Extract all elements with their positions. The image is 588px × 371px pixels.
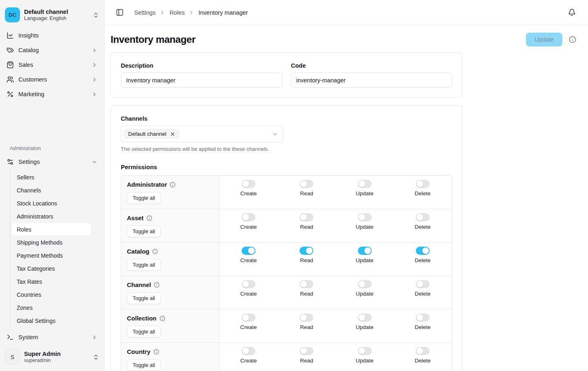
chevron-right-icon bbox=[189, 10, 194, 15]
sidebar-item-payment-methods[interactable]: Payment Methods bbox=[12, 249, 91, 262]
toggle-all-button[interactable]: Toggle all bbox=[127, 192, 161, 204]
remove-channel-icon[interactable] bbox=[170, 131, 175, 137]
asset-read-toggle[interactable] bbox=[300, 213, 313, 221]
users-icon bbox=[7, 76, 14, 83]
catalog-update-toggle[interactable] bbox=[358, 247, 372, 255]
sidebar-item-label: System bbox=[18, 334, 87, 340]
breadcrumb-item[interactable]: Roles bbox=[169, 9, 184, 16]
sidebar-item-settings[interactable]: Settings bbox=[3, 155, 101, 169]
permission-row: AssetToggle allCreateReadUpdateDelete bbox=[121, 209, 452, 242]
administrator-create-toggle[interactable] bbox=[242, 180, 255, 188]
permission-row: CountryToggle allCreateReadUpdateDelete bbox=[121, 342, 452, 371]
user-username: superadmin bbox=[24, 358, 89, 364]
country-read-toggle[interactable] bbox=[300, 347, 313, 355]
sidebar-toggle-button[interactable] bbox=[114, 7, 125, 18]
channel-read-toggle[interactable] bbox=[300, 280, 313, 288]
asset-delete-toggle[interactable] bbox=[416, 213, 430, 221]
chevron-right-icon bbox=[91, 47, 98, 53]
catalog-delete-toggle[interactable] bbox=[416, 247, 430, 255]
permission-row: ChannelToggle allCreateReadUpdateDelete bbox=[121, 276, 452, 309]
chevron-right-icon bbox=[160, 10, 165, 15]
topbar: SettingsRolesInventory manager bbox=[104, 0, 588, 25]
toggle-label: Create bbox=[240, 224, 257, 230]
collection-update-toggle[interactable] bbox=[358, 314, 372, 322]
toggle-label: Delete bbox=[415, 324, 430, 330]
description-input[interactable] bbox=[121, 73, 282, 88]
update-button[interactable]: Update bbox=[526, 33, 562, 46]
channel-delete-toggle[interactable] bbox=[416, 280, 430, 288]
asset-update-toggle[interactable] bbox=[358, 213, 372, 221]
sidebar-item-label: Insights bbox=[18, 32, 98, 39]
chevron-down-icon bbox=[272, 131, 278, 137]
collection-create-toggle[interactable] bbox=[242, 314, 255, 322]
sidebar-item-system[interactable]: System bbox=[3, 330, 101, 344]
sidebar-item-stock-locations[interactable]: Stock Locations bbox=[12, 197, 91, 210]
sidebar-item-catalog[interactable]: Catalog bbox=[3, 43, 101, 57]
toggle-label: Read bbox=[300, 257, 313, 263]
sidebar-item-tax-categories[interactable]: Tax Categories bbox=[12, 262, 91, 275]
toggle-all-button[interactable]: Toggle all bbox=[127, 259, 161, 271]
sidebar-item-zones[interactable]: Zones bbox=[12, 301, 91, 314]
sidebar-item-customers[interactable]: Customers bbox=[3, 72, 101, 87]
catalog-create-toggle[interactable] bbox=[242, 247, 255, 255]
channel-update-toggle[interactable] bbox=[358, 280, 372, 288]
chart-line-icon bbox=[7, 32, 14, 39]
toggle-label: Update bbox=[356, 190, 374, 197]
toggle-label: Update bbox=[356, 358, 374, 364]
user-avatar: S bbox=[5, 349, 20, 364]
administrator-read-toggle[interactable] bbox=[300, 180, 313, 188]
country-update-toggle[interactable] bbox=[358, 347, 372, 355]
toggle-label: Create bbox=[240, 257, 257, 263]
panel-left-icon bbox=[116, 9, 124, 16]
collection-delete-toggle[interactable] bbox=[416, 314, 430, 322]
permission-row: CollectionToggle allCreateReadUpdateDele… bbox=[121, 309, 452, 342]
toggle-label: Read bbox=[300, 358, 313, 364]
channel-create-toggle[interactable] bbox=[242, 280, 255, 288]
toggle-label: Create bbox=[240, 291, 257, 297]
chevron-down-icon bbox=[91, 159, 98, 165]
country-delete-toggle[interactable] bbox=[416, 347, 430, 355]
sidebar-item-insights[interactable]: Insights bbox=[3, 28, 101, 43]
workspace-name: Default channel bbox=[24, 8, 89, 15]
notifications-button[interactable] bbox=[566, 7, 577, 18]
chevron-right-icon bbox=[91, 62, 98, 68]
toggle-all-button[interactable]: Toggle all bbox=[127, 292, 161, 304]
sidebar-item-channels[interactable]: Channels bbox=[12, 184, 91, 197]
bell-icon bbox=[568, 9, 576, 16]
channels-select[interactable]: Default channel bbox=[121, 126, 283, 142]
asset-create-toggle[interactable] bbox=[242, 213, 255, 221]
page-info-button[interactable] bbox=[568, 35, 577, 44]
sidebar-item-sales[interactable]: Sales bbox=[3, 57, 101, 72]
collection-read-toggle[interactable] bbox=[300, 314, 313, 322]
toggle-all-button[interactable]: Toggle all bbox=[127, 326, 161, 338]
breadcrumb-item[interactable]: Settings bbox=[134, 9, 155, 16]
code-input[interactable] bbox=[291, 73, 452, 88]
sidebar-item-sellers[interactable]: Sellers bbox=[12, 171, 91, 184]
sidebar-item-marketing[interactable]: Marketing bbox=[3, 87, 101, 102]
toggle-label: Read bbox=[300, 190, 313, 197]
sidebar-item-tax-rates[interactable]: Tax Rates bbox=[12, 275, 91, 288]
workspace-switcher[interactable]: DC Default channel Language: English bbox=[0, 5, 104, 28]
administrator-update-toggle[interactable] bbox=[358, 180, 372, 188]
catalog-read-toggle[interactable] bbox=[300, 247, 313, 255]
administrator-delete-toggle[interactable] bbox=[416, 180, 430, 188]
permission-name: Catalog bbox=[127, 248, 149, 255]
toggle-label: Update bbox=[356, 291, 374, 297]
permission-name: Collection bbox=[127, 315, 157, 322]
country-create-toggle[interactable] bbox=[242, 347, 255, 355]
info-icon bbox=[146, 215, 152, 221]
toggle-label: Update bbox=[356, 224, 374, 230]
permissions-table: AdministratorToggle allCreateReadUpdateD… bbox=[121, 175, 452, 371]
sidebar-item-administrators[interactable]: Administrators bbox=[12, 210, 91, 223]
toggle-all-button[interactable]: Toggle all bbox=[127, 225, 161, 237]
user-menu[interactable]: S Super Admin superadmin bbox=[0, 344, 104, 366]
sidebar-item-countries[interactable]: Countries bbox=[12, 288, 91, 301]
sidebar-item-roles[interactable]: Roles bbox=[12, 223, 91, 236]
sidebar-item-global-settings[interactable]: Global Settings bbox=[12, 314, 91, 327]
permission-name: Administrator bbox=[127, 181, 167, 188]
toggle-label: Read bbox=[300, 291, 313, 297]
toggle-all-button[interactable]: Toggle all bbox=[127, 359, 161, 371]
sidebar-item-label: Customers bbox=[18, 76, 87, 83]
sidebar-item-shipping-methods[interactable]: Shipping Methods bbox=[12, 236, 91, 249]
administration-label: Administration bbox=[3, 141, 101, 155]
